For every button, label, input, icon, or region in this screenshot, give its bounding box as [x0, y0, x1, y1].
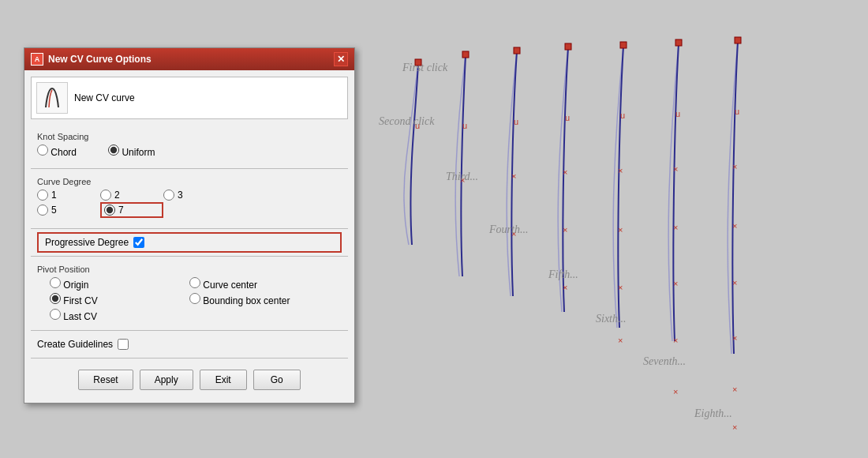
svg-text:Fourth...: Fourth...: [488, 223, 528, 235]
svg-text:×: ×: [673, 336, 678, 345]
svg-rect-27: [735, 37, 741, 43]
progressive-degree-label: Progressive Degree: [45, 237, 129, 248]
degree-3-radio[interactable]: [163, 190, 174, 201]
svg-text:×: ×: [732, 333, 737, 343]
guidelines-label: Create Guidelines: [37, 339, 113, 350]
reset-button[interactable]: Reset: [78, 370, 133, 390]
svg-rect-9: [565, 43, 571, 50]
svg-rect-14: [620, 42, 627, 48]
dialog-body: New CV curve Knot Spacing Chord Uniform …: [24, 70, 354, 403]
curve-center-option[interactable]: Curve center: [189, 277, 329, 291]
canvas-area: u u × u × × u × × × u × × × × u: [363, 0, 868, 458]
svg-text:×: ×: [563, 283, 567, 292]
knot-spacing-options: Chord Uniform: [37, 145, 342, 158]
degree-1-label: 1: [51, 190, 57, 201]
progressive-degree-row: Progressive Degree: [37, 232, 342, 253]
apply-button[interactable]: Apply: [140, 370, 193, 390]
header-section: New CV curve: [31, 77, 348, 119]
uniform-radio[interactable]: [108, 145, 119, 156]
pivot-position-section: Pivot Position Origin Curve center First…: [31, 260, 348, 327]
uniform-label: Uniform: [122, 147, 155, 158]
degree-7-option[interactable]: 7: [100, 202, 163, 218]
divider-2: [31, 228, 348, 229]
svg-text:u: u: [620, 111, 625, 120]
svg-text:u: u: [675, 109, 680, 118]
first-cv-label: First CV: [63, 295, 97, 306]
uniform-option[interactable]: Uniform: [108, 145, 155, 158]
curve-degree-grid: 1 2 3 5 7: [37, 190, 342, 218]
svg-text:×: ×: [618, 283, 623, 292]
guidelines-row: Create Guidelines: [31, 334, 348, 355]
go-button[interactable]: Go: [253, 370, 301, 390]
degree-5-radio[interactable]: [37, 205, 48, 216]
chord-radio[interactable]: [37, 145, 48, 156]
pivot-position-label: Pivot Position: [37, 265, 342, 274]
degree-1-option[interactable]: 1: [37, 190, 100, 201]
exit-button[interactable]: Exit: [200, 370, 247, 390]
bbox-center-label: Bounding box center: [203, 295, 290, 306]
svg-text:×: ×: [732, 278, 737, 287]
svg-text:u: u: [565, 113, 570, 122]
curve-degree-label: Curve Degree: [37, 177, 342, 186]
svg-text:×: ×: [673, 279, 678, 288]
svg-text:u: u: [462, 121, 467, 130]
close-button[interactable]: ✕: [334, 52, 348, 66]
last-cv-label: Last CV: [63, 311, 97, 322]
guidelines-checkbox[interactable]: [118, 339, 129, 350]
svg-rect-20: [675, 39, 682, 46]
degree-3-label: 3: [178, 190, 183, 201]
progressive-degree-checkbox[interactable]: [133, 237, 144, 248]
degree-2-radio[interactable]: [100, 190, 111, 201]
svg-text:×: ×: [563, 167, 567, 177]
svg-text:×: ×: [618, 336, 623, 345]
first-cv-option[interactable]: First CV: [50, 293, 189, 306]
svg-text:Second click: Second click: [379, 115, 435, 127]
bbox-center-option[interactable]: Bounding box center: [189, 293, 329, 306]
degree-3-option[interactable]: 3: [163, 190, 226, 201]
canvas-svg: u u × u × × u × × × u × × × × u: [363, 0, 868, 458]
dialog-titlebar: A New CV Curve Options ✕: [24, 48, 354, 70]
degree-7-label: 7: [118, 205, 124, 216]
knot-spacing-section: Knot Spacing Chord Uniform: [31, 127, 348, 165]
button-row: Reset Apply Exit Go: [31, 362, 348, 396]
curve-degree-section: Curve Degree 1 2 3 5: [31, 172, 348, 225]
degree-2-option[interactable]: 2: [100, 190, 163, 201]
new-cv-curve-dialog: A New CV Curve Options ✕ New CV curve Kn…: [24, 47, 355, 404]
degree-5-option[interactable]: 5: [37, 202, 100, 218]
svg-text:×: ×: [563, 225, 567, 235]
degree-5-label: 5: [51, 205, 57, 216]
svg-text:×: ×: [618, 225, 623, 235]
divider-1: [31, 168, 348, 169]
titlebar-left: A New CV Curve Options: [31, 53, 152, 66]
svg-text:Seventh...: Seventh...: [643, 355, 686, 367]
svg-text:×: ×: [673, 387, 678, 396]
knot-spacing-label: Knot Spacing: [37, 132, 342, 141]
divider-4: [31, 330, 348, 331]
origin-label: Origin: [63, 280, 88, 291]
svg-rect-5: [514, 47, 520, 54]
degree-1-radio[interactable]: [37, 190, 48, 201]
svg-text:×: ×: [732, 385, 737, 394]
svg-text:u: u: [735, 107, 739, 116]
first-cv-radio[interactable]: [50, 293, 61, 304]
svg-text:Eighth...: Eighth...: [694, 407, 732, 419]
curve-center-radio[interactable]: [189, 277, 200, 288]
curve-center-label: Curve center: [203, 280, 257, 291]
app-icon: A: [31, 53, 43, 66]
bbox-center-radio[interactable]: [189, 293, 200, 304]
degree-2-label: 2: [114, 190, 120, 201]
header-name: New CV curve: [74, 92, 135, 103]
chord-label: Chord: [51, 147, 77, 158]
origin-option[interactable]: Origin: [50, 277, 189, 291]
chord-option[interactable]: Chord: [37, 145, 77, 158]
pivot-grid: Origin Curve center First CV Bounding bo…: [37, 277, 342, 322]
svg-text:×: ×: [732, 422, 737, 432]
last-cv-option[interactable]: Last CV: [50, 309, 189, 322]
svg-text:×: ×: [673, 164, 678, 174]
svg-text:×: ×: [732, 162, 737, 171]
origin-radio[interactable]: [50, 277, 61, 288]
degree-7-radio[interactable]: [104, 205, 115, 216]
last-cv-radio[interactable]: [50, 309, 61, 320]
divider-5: [31, 358, 348, 359]
svg-rect-2: [462, 51, 469, 58]
